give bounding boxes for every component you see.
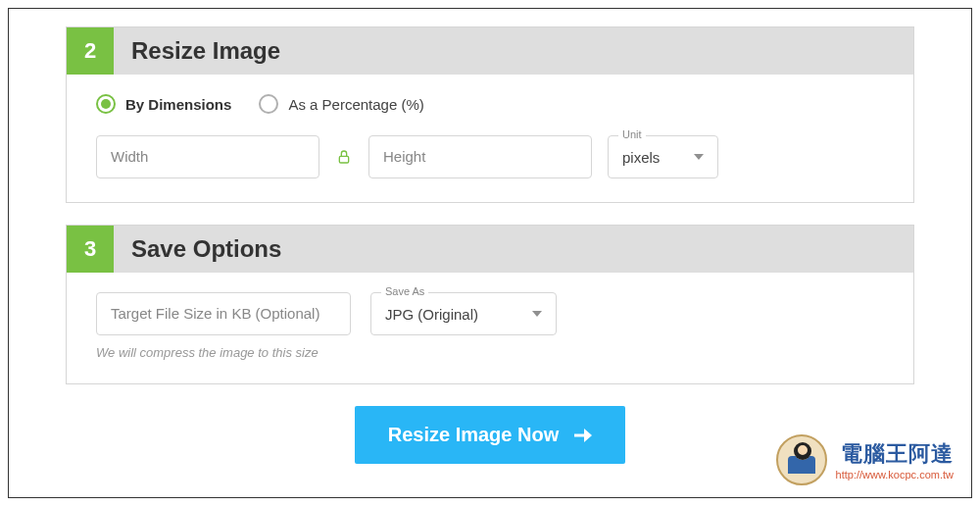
width-input[interactable] <box>97 136 318 177</box>
width-field[interactable] <box>96 135 319 178</box>
section-title: Save Options <box>114 226 281 273</box>
caret-down-icon <box>694 154 704 160</box>
height-field[interactable] <box>368 135 592 178</box>
caret-down-icon <box>532 311 542 317</box>
watermark-url: http://www.kocpc.com.tw <box>836 469 954 481</box>
section-body: Save As JPG (Original) We will compress … <box>67 273 913 383</box>
saveas-select[interactable]: Save As JPG (Original) <box>370 292 557 335</box>
radio-label-percentage[interactable]: As a Percentage (%) <box>288 96 423 113</box>
arrow-right-icon <box>574 429 592 442</box>
section-resize-image: 2 Resize Image By Dimensions As a Percen… <box>66 26 914 203</box>
cta-row: Resize Image Now <box>66 406 914 464</box>
unit-label: Unit <box>618 128 646 140</box>
svg-rect-0 <box>339 156 348 163</box>
radio-as-percentage[interactable] <box>259 94 278 114</box>
step-number-2: 2 <box>67 27 114 75</box>
compress-hint: We will compress the image to this size <box>96 345 884 360</box>
section-body: By Dimensions As a Percentage (%) <box>67 75 913 202</box>
filesize-field[interactable] <box>96 292 351 335</box>
section-header: 3 Save Options <box>67 226 913 273</box>
saveas-value: JPG (Original) <box>385 306 520 323</box>
step-number-3: 3 <box>67 226 114 273</box>
radio-label-dimensions[interactable]: By Dimensions <box>125 96 231 113</box>
height-input[interactable] <box>369 136 591 177</box>
radio-by-dimensions[interactable] <box>96 94 116 114</box>
lock-icon[interactable] <box>335 148 353 166</box>
unit-select[interactable]: Unit pixels <box>608 135 718 178</box>
section-save-options: 3 Save Options Save As JPG (Original) We… <box>66 225 914 384</box>
section-title: Resize Image <box>114 27 280 75</box>
unit-value: pixels <box>622 149 682 166</box>
resize-now-button[interactable]: Resize Image Now <box>355 406 626 464</box>
section-header: 2 Resize Image <box>67 27 913 75</box>
filesize-input[interactable] <box>97 293 350 333</box>
resize-now-label: Resize Image Now <box>388 424 560 446</box>
saveas-label: Save As <box>381 285 428 297</box>
